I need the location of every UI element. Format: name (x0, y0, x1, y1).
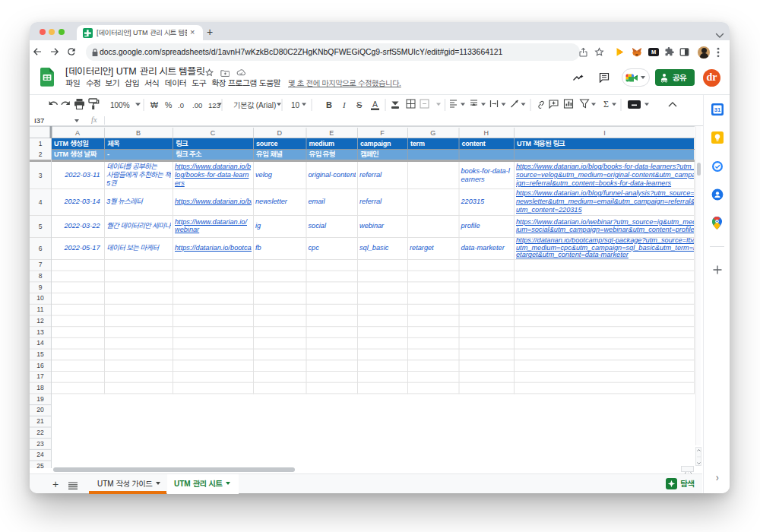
svg-text:2: 2 (39, 150, 43, 158)
svg-text:F: F (380, 129, 385, 137)
svg-text:4: 4 (39, 198, 43, 206)
svg-text:20: 20 (36, 406, 44, 413)
svg-text:Σ: Σ (603, 99, 609, 109)
svg-text:S: S (356, 100, 362, 109)
svg-text:.0: .0 (178, 101, 184, 109)
svg-text:24: 24 (36, 451, 44, 458)
svg-text:₩: ₩ (150, 100, 158, 109)
svg-text:A: A (75, 129, 80, 137)
svg-text:I: I (342, 100, 347, 109)
svg-text:22: 22 (36, 429, 44, 436)
svg-text:9: 9 (39, 283, 43, 291)
svg-text:123: 123 (208, 101, 220, 109)
svg-text:100%: 100% (110, 101, 130, 109)
svg-text:D: D (277, 129, 283, 137)
svg-text:I: I (603, 129, 606, 137)
svg-text:E: E (329, 129, 334, 137)
svg-text:15: 15 (36, 350, 44, 358)
svg-text:17: 17 (36, 372, 44, 380)
svg-text:B: B (326, 100, 332, 109)
svg-text:14: 14 (36, 339, 44, 347)
svg-text:11: 11 (37, 306, 44, 313)
svg-text:기본값 (Arial): 기본값 (Arial) (233, 101, 276, 109)
svg-text:3: 3 (39, 172, 43, 179)
svg-text:12: 12 (36, 317, 44, 325)
svg-text:5: 5 (39, 223, 43, 230)
svg-text:%: % (165, 100, 172, 109)
svg-text:31: 31 (714, 106, 720, 113)
svg-text:18: 18 (36, 384, 44, 391)
svg-text:B: B (136, 129, 141, 137)
svg-text:8: 8 (39, 272, 43, 280)
svg-text:G: G (430, 129, 435, 137)
svg-text:16: 16 (36, 362, 44, 369)
svg-text:A: A (372, 100, 378, 109)
svg-text:H: H (484, 129, 489, 137)
svg-text:.00: .00 (192, 101, 202, 109)
svg-text:13: 13 (36, 328, 44, 336)
svg-text:23: 23 (36, 440, 44, 448)
svg-text:25: 25 (36, 462, 44, 468)
svg-text:1: 1 (39, 140, 43, 147)
svg-text:19: 19 (36, 395, 44, 403)
svg-text:10: 10 (291, 101, 300, 109)
svg-text:C: C (211, 129, 216, 137)
svg-text:21: 21 (36, 417, 44, 425)
svg-text:6: 6 (39, 245, 43, 252)
svg-text:10: 10 (36, 294, 44, 302)
svg-text:7: 7 (39, 261, 43, 268)
